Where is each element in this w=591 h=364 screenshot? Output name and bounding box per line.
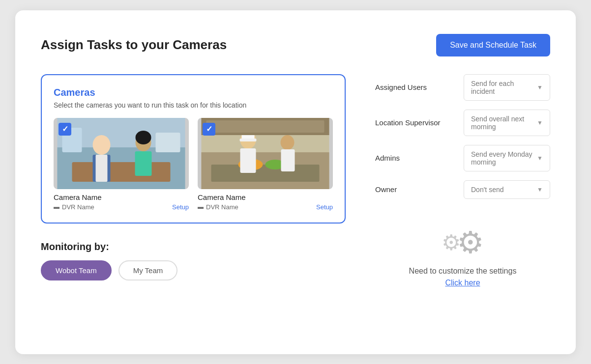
assigned-select-0: Send for each incident ▼	[464, 74, 550, 101]
gear-large-icon: ⚙	[457, 227, 484, 258]
camera-dvr-row-2: ▬ DVR Name Setup	[198, 203, 333, 211]
assigned-row-0: Assigned Users Send for each incident ▼	[375, 74, 550, 101]
svg-point-3	[93, 135, 111, 155]
setup-link-1[interactable]: Setup	[172, 203, 189, 211]
cameras-title: Cameras	[54, 87, 333, 98]
svg-rect-7	[135, 151, 152, 176]
cameras-grid: Camera Name ▬ DVR Name Setup	[54, 118, 333, 211]
main-card: Assign Tasks to your Cameras Save and Sc…	[15, 10, 576, 354]
assigned-select-2: Send every Monday morning ▼	[464, 145, 550, 171]
svg-rect-2	[72, 162, 171, 182]
dropdown-arrow-2: ▼	[537, 155, 543, 162]
right-panel: Assigned Users Send for each incident ▼ …	[375, 74, 550, 287]
camera-dvr-2: ▬ DVR Name	[198, 203, 238, 211]
my-team-button[interactable]: My Team	[118, 260, 178, 280]
camera-dvr-1: ▬ DVR Name	[54, 203, 94, 211]
assigned-row-2: Admins Send every Monday morning ▼	[375, 145, 550, 171]
dropdown-arrow-0: ▼	[537, 84, 543, 91]
dvr-icon-2: ▬	[198, 203, 204, 210]
save-schedule-button[interactable]: Save and Schedule Task	[436, 34, 550, 56]
assigned-label-1: Location Supervisor	[375, 118, 464, 127]
click-here-link[interactable]: Click here	[445, 279, 480, 287]
camera-check-1[interactable]	[59, 123, 71, 136]
svg-rect-13	[211, 165, 320, 182]
gear-icons-container: ⚙ ⚙	[442, 227, 484, 258]
camera-item-2[interactable]: Camera Name ▬ DVR Name Setup	[198, 118, 333, 211]
svg-point-8	[136, 131, 151, 144]
camera-thumb-1	[54, 118, 189, 189]
dropdown-arrow-1: ▼	[537, 119, 543, 126]
camera-name-2: Camera Name	[198, 193, 333, 201]
camera-check-2[interactable]	[203, 123, 215, 136]
page-title: Assign Tasks to your Cameras	[41, 37, 227, 53]
select-box-3[interactable]: Don't send ▼	[464, 180, 550, 199]
main-content: Cameras Select the cameras you want to r…	[41, 74, 550, 287]
camera-item-1[interactable]: Camera Name ▬ DVR Name Setup	[54, 118, 189, 211]
select-box-2[interactable]: Send every Monday morning ▼	[464, 145, 550, 171]
dvr-icon-1: ▬	[54, 203, 59, 210]
select-box-0[interactable]: Send for each incident ▼	[464, 74, 550, 101]
cameras-subtitle: Select the cameras you want to run this …	[54, 101, 333, 109]
svg-rect-19	[240, 139, 257, 141]
cameras-box: Cameras Select the cameras you want to r…	[41, 74, 346, 224]
assigned-label-0: Assigned Users	[375, 83, 464, 91]
left-panel: Cameras Select the cameras you want to r…	[41, 74, 346, 287]
wobot-team-button[interactable]: Wobot Team	[41, 260, 112, 280]
camera-name-1: Camera Name	[54, 193, 189, 201]
dvr-name-2: DVR Name	[206, 203, 238, 211]
monitoring-buttons: Wobot Team My Team	[41, 260, 346, 280]
svg-rect-23	[207, 120, 325, 133]
select-value-1: Send overall next morning	[471, 115, 537, 131]
assigned-select-1: Send overall next morning ▼	[464, 110, 550, 136]
header-row: Assign Tasks to your Cameras Save and Sc…	[41, 34, 550, 56]
setup-link-2[interactable]: Setup	[316, 203, 333, 211]
camera-info-1: Camera Name ▬ DVR Name Setup	[54, 193, 189, 211]
assigned-row-3: Owner Don't send ▼	[375, 180, 550, 199]
select-box-1[interactable]: Send overall next morning ▼	[464, 110, 550, 136]
monitoring-section: Monitoring by: Wobot Team My Team	[41, 241, 346, 280]
camera-thumb-2	[198, 118, 333, 189]
assigned-label-2: Admins	[375, 154, 464, 162]
svg-rect-5	[96, 155, 108, 182]
svg-rect-21	[281, 149, 295, 171]
assigned-label-3: Owner	[375, 185, 464, 194]
settings-section: ⚙ ⚙ Need to customize the settings Click…	[375, 208, 550, 287]
assigned-select-3: Don't send ▼	[464, 180, 550, 199]
svg-point-20	[281, 135, 295, 150]
svg-rect-17	[240, 148, 256, 173]
select-value-0: Send for each incident	[471, 80, 537, 95]
settings-text: Need to customize the settings	[409, 267, 517, 276]
dvr-name-1: DVR Name	[62, 203, 94, 211]
assigned-table: Assigned Users Send for each incident ▼ …	[375, 74, 550, 208]
select-value-2: Send every Monday morning	[471, 150, 537, 166]
camera-info-2: Camera Name ▬ DVR Name Setup	[198, 193, 333, 211]
monitoring-title: Monitoring by:	[41, 241, 346, 252]
svg-rect-10	[156, 133, 180, 152]
select-value-3: Don't send	[471, 186, 504, 194]
camera-dvr-row-1: ▬ DVR Name Setup	[54, 203, 189, 211]
dropdown-arrow-3: ▼	[537, 186, 543, 193]
assigned-row-1: Location Supervisor Send overall next mo…	[375, 110, 550, 136]
